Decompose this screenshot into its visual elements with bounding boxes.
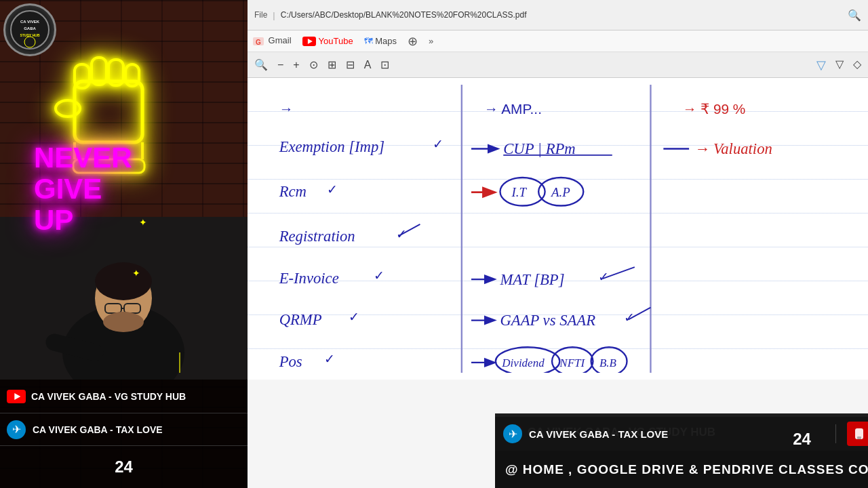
- bookmark-maps[interactable]: 🗺 Maps: [364, 36, 397, 46]
- pdf-content: → → AMP... → ₹ 99 % Exemption [Imp] ✓ CU…: [248, 78, 868, 380]
- draw-tool[interactable]: ◇: [853, 58, 861, 73]
- svg-rect-5: [75, 81, 142, 142]
- svg-text:NFTI: NFTI: [559, 357, 585, 369]
- ticker-text: @ HOME , GOOGLE DRIVE & PENDRIVE CLASSES…: [505, 462, 868, 477]
- never-text: NEVER: [34, 142, 132, 174]
- svg-text:→ ₹ 99 %: → ₹ 99 %: [683, 101, 746, 117]
- telegram-row-icon: ✈: [503, 424, 522, 443]
- svg-text:✓: ✓: [328, 182, 338, 197]
- hand-tool[interactable]: ⊡: [380, 58, 389, 71]
- right-panel: File | C:/Users/ABC/Desktop/BLANK%20NOTE…: [248, 0, 868, 488]
- svg-text:✓: ✓: [374, 268, 384, 283]
- svg-text:E-Invoice: E-Invoice: [279, 270, 339, 287]
- svg-rect-74: [857, 436, 861, 439]
- svg-text:I.T: I.T: [511, 185, 528, 199]
- page-view[interactable]: ⊟: [346, 58, 355, 71]
- svg-text:Rcm: Rcm: [279, 183, 307, 200]
- bottom-overlay: CA VIVEK GABA - VG STUDY HUB MOBILE APP …: [495, 380, 868, 488]
- neon-motivational-text: NEVER GIVE UP: [34, 142, 132, 237]
- svg-text:Registration: Registration: [279, 228, 355, 245]
- webcam-feed: [0, 217, 248, 380]
- svg-text:MAT [BP]: MAT [BP]: [500, 271, 565, 288]
- sparkle-1: ✦: [139, 217, 147, 228]
- give-text: GIVE: [34, 174, 132, 205]
- page-number-center: 24: [793, 430, 811, 449]
- svg-text:GABA: GABA: [24, 26, 36, 30]
- handwritten-notes: → → AMP... → ₹ 99 % Exemption [Imp] ✓ CU…: [261, 85, 854, 373]
- bookmark-plus[interactable]: ⊕: [408, 34, 418, 49]
- svg-text:→: →: [279, 101, 294, 117]
- file-label[interactable]: File: [254, 10, 267, 20]
- svg-point-21: [103, 312, 144, 332]
- presenter-silhouette: [0, 217, 248, 380]
- fit-page[interactable]: ⊙: [309, 58, 318, 71]
- svg-text:Dividend: Dividend: [501, 357, 545, 369]
- search-tool[interactable]: 🔍: [254, 58, 268, 71]
- youtube-icon-bookmark: [302, 37, 316, 46]
- telegram-icon: ✈: [7, 420, 26, 439]
- telegram-channel: CA VIVEK GABA - TAX LOVE: [33, 424, 163, 435]
- svg-point-17: [95, 262, 152, 300]
- bookmark-youtube[interactable]: YouTube: [302, 36, 353, 46]
- youtube-label: YouTube: [319, 36, 353, 46]
- svg-text:→ AMP...: → AMP...: [484, 101, 542, 117]
- page-number-left: 24: [115, 458, 133, 476]
- text-tool[interactable]: A: [364, 59, 372, 71]
- pdf-toolbar: 🔍 − + ⊙ ⊞ ⊟ A ⊡ ▽ ▽ ◇: [248, 52, 868, 78]
- sparkle-2: ✦: [132, 268, 140, 279]
- highlight-tool[interactable]: ▽: [816, 58, 826, 73]
- svg-text:Exemption [Imp]: Exemption [Imp]: [279, 138, 384, 155]
- svg-text:GAAP vs SAAR: GAAP vs SAAR: [500, 312, 596, 329]
- svg-text:B.B: B.B: [599, 357, 617, 369]
- phone-section: PH. 7703880232, 888820: [836, 422, 868, 446]
- bookmarks-bar: G Gmail YouTube 🗺 Maps ⊕ »: [248, 30, 868, 52]
- logo-badge: CA VIVEK GABA STUDY HUB: [3, 3, 56, 56]
- browser-bar: File | C:/Users/ABC/Desktop/BLANK%20NOTE…: [248, 0, 868, 30]
- svg-rect-6: [75, 64, 90, 88]
- svg-text:→ Valuation: → Valuation: [694, 140, 772, 157]
- file-path: C:/Users/ABC/Desktop/BLANK%20NOTES%20FOR…: [281, 10, 527, 20]
- svg-text:✓: ✓: [349, 310, 359, 324]
- bottom-ticker: @ HOME , GOOGLE DRIVE & PENDRIVE CLASSES…: [495, 451, 868, 488]
- telegram-name: CA VIVEK GABA - TAX LOVE: [529, 428, 668, 440]
- svg-line-22: [54, 342, 95, 352]
- svg-text:✓: ✓: [433, 137, 443, 151]
- channel-name-left: CA VIVEK GABA - VG STUDY HUB: [31, 391, 186, 402]
- markup-tool[interactable]: ▽: [835, 58, 844, 73]
- fit-width[interactable]: ⊞: [328, 58, 336, 71]
- pendrive-icon: [847, 422, 868, 446]
- svg-text:A.P: A.P: [550, 185, 570, 199]
- svg-text:G: G: [256, 39, 261, 46]
- svg-text:Pos: Pos: [279, 353, 302, 370]
- bookmark-extra: »: [429, 36, 433, 46]
- browser-search-icon[interactable]: 🔍: [848, 9, 861, 22]
- zoom-in[interactable]: +: [293, 59, 299, 71]
- youtube-logo-left: [7, 390, 26, 403]
- zoom-out[interactable]: −: [277, 59, 283, 71]
- up-text: UP: [34, 205, 132, 236]
- left-panel: CA VIVEK GABA STUDY HUB: [0, 0, 248, 488]
- telegram-row: ✈ CA VIVEK GABA - TAX LOVE PH. 770388023…: [495, 417, 868, 451]
- left-bottom-info: CA VIVEK GABA - VG STUDY HUB ✈ CA VIVEK …: [0, 380, 248, 488]
- svg-text:CA VIVEK: CA VIVEK: [20, 20, 40, 24]
- svg-text:✓: ✓: [324, 352, 335, 366]
- bookmark-gmail[interactable]: G Gmail: [253, 35, 292, 47]
- svg-text:QRMP: QRMP: [279, 311, 322, 328]
- svg-point-10: [56, 100, 80, 117]
